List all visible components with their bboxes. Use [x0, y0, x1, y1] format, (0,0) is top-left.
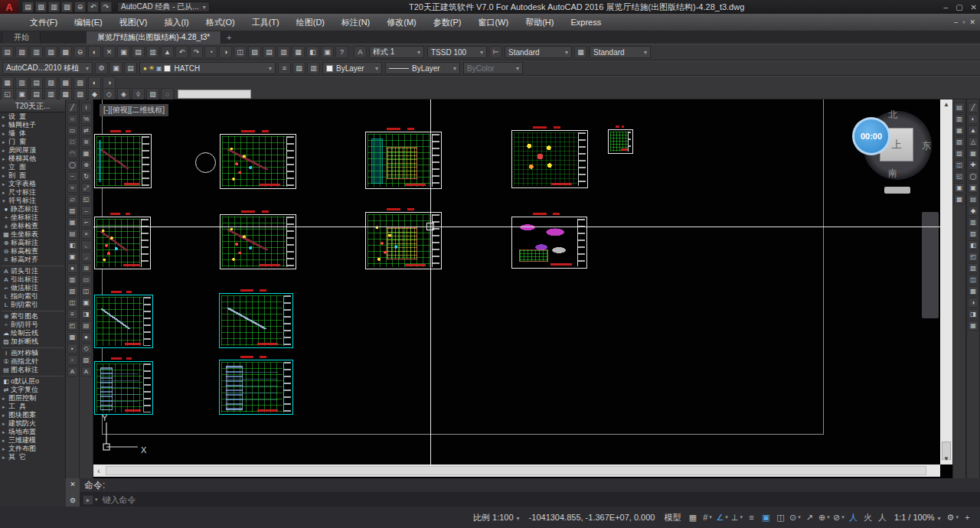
- right-tool-icon[interactable]: ✚: [968, 160, 978, 170]
- right-tool-icon[interactable]: ◫: [954, 160, 965, 170]
- view-search-input[interactable]: [178, 90, 251, 99]
- modify-tool-icon[interactable]: ⊞: [81, 263, 92, 273]
- draw-tool-icon[interactable]: ▱: [67, 194, 78, 204]
- status-toggle-icon[interactable]: ⊥: [730, 510, 743, 525]
- right-tool-icon[interactable]: ◫: [968, 275, 978, 285]
- draw-tool-icon[interactable]: ○: [67, 114, 78, 124]
- draw-tool-icon[interactable]: ●: [67, 263, 78, 273]
- view-tool-icon[interactable]: ▨: [44, 77, 57, 89]
- viewcube-wcs-button[interactable]: [884, 187, 910, 194]
- draw-tool-icon[interactable]: ~: [67, 171, 78, 181]
- toolbar-icon[interactable]: ▧: [15, 46, 28, 58]
- draw-tool-icon[interactable]: ≈: [67, 183, 78, 193]
- table-style-combo[interactable]: Standard: [590, 46, 651, 58]
- modify-tool-icon[interactable]: %: [81, 114, 92, 124]
- drawing-thumbnail[interactable]: [608, 129, 633, 154]
- status-tool-icon[interactable]: ▮: [975, 510, 980, 525]
- viewport-tool-icon[interactable]: ◌: [161, 88, 174, 100]
- right-tool-icon[interactable]: ▨: [954, 148, 965, 158]
- toolbar-icon[interactable]: ▣: [321, 46, 334, 58]
- draw-tool-icon[interactable]: ▪: [67, 344, 78, 354]
- drawing-canvas[interactable]: [-][俯视][二维线框] Y X 北 东 南 上 00:00: [93, 99, 952, 478]
- autocad-logo-icon[interactable]: A: [0, 0, 18, 14]
- doc-restore-button[interactable]: ▫: [962, 18, 965, 26]
- doc-minimize-button[interactable]: –: [954, 18, 958, 26]
- modify-tool-icon[interactable]: –: [81, 206, 92, 216]
- draw-tool-icon[interactable]: ▣: [67, 252, 78, 262]
- viewport-tool-icon[interactable]: ▣: [15, 88, 28, 100]
- modify-tool-icon[interactable]: ⤢: [81, 183, 92, 193]
- horizontal-scroll-thumb[interactable]: [106, 466, 926, 475]
- quick-access-icon[interactable]: ▨: [61, 2, 73, 12]
- viewport-tool-icon[interactable]: ◈: [117, 88, 130, 100]
- toolbar-icon[interactable]: ◑: [219, 46, 232, 58]
- right-tool-icon[interactable]: ▣: [954, 183, 965, 193]
- view-tool-icon[interactable]: ◑: [103, 77, 116, 89]
- drawing-thumbnail[interactable]: [219, 293, 293, 348]
- palette-item[interactable]: L 剖切索引: [0, 301, 65, 309]
- toolbar-icon[interactable]: ?: [335, 46, 348, 58]
- draw-tool-icon[interactable]: ◰: [67, 321, 78, 331]
- toolbar-icon[interactable]: ▣: [117, 46, 130, 58]
- menu-item[interactable]: 绘图(D): [288, 14, 333, 31]
- right-tool-icon[interactable]: ▩: [954, 194, 965, 204]
- menu-item[interactable]: 参数(P): [425, 14, 470, 31]
- viewcube-south-label[interactable]: 南: [888, 167, 897, 180]
- draw-tool-icon[interactable]: ╱: [67, 103, 78, 112]
- modify-tool-icon[interactable]: ↻: [81, 171, 92, 181]
- drawing-thumbnail[interactable]: [94, 295, 153, 348]
- right-tool-icon[interactable]: ◨: [968, 309, 978, 319]
- modify-tool-icon[interactable]: ⊕: [81, 160, 92, 170]
- right-tool-icon[interactable]: △: [968, 137, 978, 147]
- menu-item[interactable]: 格式(O): [198, 14, 243, 31]
- drawing-thumbnail[interactable]: [220, 134, 296, 189]
- vertical-scrollbar[interactable]: ▲ ▼: [940, 99, 952, 464]
- palette-item[interactable]: ▨ 加折断线: [0, 337, 65, 346]
- view-tool-icon[interactable]: ▥: [15, 77, 28, 89]
- scroll-down-icon[interactable]: ▼: [940, 454, 952, 464]
- right-tool-icon[interactable]: ◧: [968, 240, 978, 250]
- viewport-tool-icon[interactable]: ▨: [146, 88, 159, 100]
- right-tool-icon[interactable]: ▥: [968, 217, 978, 227]
- right-tool-icon[interactable]: ◰: [968, 252, 978, 262]
- right-tool-icon[interactable]: ▦: [968, 148, 978, 158]
- modify-tool-icon[interactable]: ▧: [81, 355, 92, 365]
- status-toggle-icon[interactable]: ≡: [745, 510, 758, 525]
- quick-access-icon[interactable]: ↶: [87, 2, 99, 12]
- layer-state-icon[interactable]: ▧: [292, 62, 305, 74]
- draw-tool-icon[interactable]: ◧: [67, 240, 78, 250]
- toolbar-icon[interactable]: ▥: [30, 46, 43, 58]
- draw-tool-icon[interactable]: ▥: [67, 275, 78, 285]
- toolbar-icon[interactable]: ▥: [277, 46, 290, 58]
- status-toggle-icon[interactable]: ⊙: [789, 510, 802, 525]
- status-tool-icon[interactable]: ⚙: [946, 510, 959, 525]
- modify-tool-icon[interactable]: ▣: [81, 298, 92, 308]
- doc-close-button[interactable]: ✕: [969, 18, 975, 26]
- status-toggle-icon[interactable]: #: [701, 510, 714, 525]
- toolbar-icon[interactable]: ▥: [146, 46, 159, 58]
- toolbar-icon[interactable]: ◧: [306, 46, 319, 58]
- menu-item[interactable]: 视图(V): [111, 14, 156, 31]
- toolbar-icon[interactable]: ◐: [88, 46, 101, 58]
- text-style-combo[interactable]: 样式 1: [369, 46, 424, 58]
- right-tool-icon[interactable]: ▧: [968, 263, 978, 273]
- draw-tool-icon[interactable]: ▩: [67, 332, 78, 342]
- toolbar-icon[interactable]: ▲: [161, 46, 174, 58]
- right-tool-icon[interactable]: ▤: [968, 194, 978, 204]
- command-close-icon[interactable]: ✕: [70, 481, 76, 488]
- command-dropdown-icon[interactable]: ▾: [95, 497, 98, 503]
- draw-tool-icon[interactable]: ▨: [67, 206, 78, 216]
- status-toggle-icon[interactable]: ◫: [774, 510, 787, 525]
- quick-access-icon[interactable]: ▧: [35, 2, 47, 12]
- layer-tool-icon[interactable]: ▣: [109, 62, 122, 74]
- modify-tool-icon[interactable]: ◟: [81, 240, 92, 250]
- status-toggle-icon[interactable]: 火: [861, 510, 874, 525]
- command-window-grab-bar[interactable]: ✕ ⚙: [66, 478, 80, 507]
- draw-tool-icon[interactable]: ▭: [67, 125, 78, 135]
- toolbar-icon[interactable]: ◫: [234, 46, 247, 58]
- menu-item[interactable]: 插入(I): [155, 14, 197, 31]
- toolbar-icon[interactable]: ↷: [190, 46, 203, 58]
- status-toggle-icon[interactable]: 人: [876, 510, 889, 525]
- tab-current-drawing[interactable]: 展览厅结施(出图版结构)-4.28_t3*: [87, 31, 221, 44]
- drawing-thumbnail[interactable]: [511, 217, 587, 269]
